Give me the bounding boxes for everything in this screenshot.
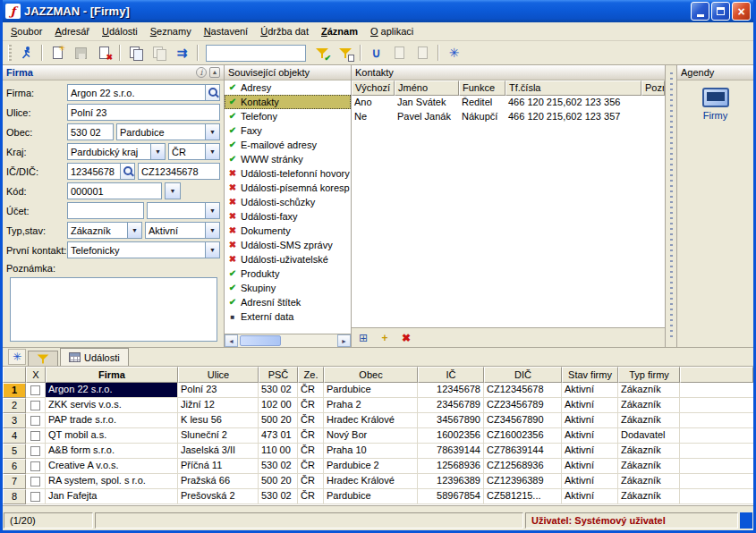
refresh-button[interactable]: ✳ [443,43,465,63]
cell-typ[interactable]: Zákazník [618,398,680,413]
copy-button[interactable] [124,43,147,63]
delete-record-button[interactable]: ✖ [93,43,115,63]
zeme-input[interactable] [169,144,205,159]
toolbar-grip[interactable] [8,45,12,61]
cell-stav[interactable]: Aktivní [562,398,618,413]
zeme-combo[interactable]: ▼ [168,143,220,160]
cell-firma[interactable]: PAP trade s.r.o. [46,413,178,428]
new-record-button[interactable]: ✳ [47,43,69,63]
cell-tfcisla[interactable]: 466 120 215,602 123 356 [505,96,641,110]
ic-field[interactable] [67,163,135,180]
scroll-right-icon[interactable]: ► [337,334,351,347]
header-stav[interactable]: Stav firmy [562,367,618,383]
header-zeme[interactable]: Ze. [298,367,324,383]
kod-input[interactable] [68,183,161,199]
search-icon[interactable] [205,85,219,100]
filter-apply-button[interactable]: ✔ [310,43,333,63]
goto-button[interactable]: ⇉ [171,43,193,63]
related-object-item[interactable]: Události-telefonní hovory [225,166,351,181]
cell-jmeno[interactable]: Pavel Janák [395,110,459,124]
prvni-kontakt-input[interactable] [68,242,205,258]
row-checkbox[interactable] [30,492,40,502]
kontakt-row[interactable]: Ano Jan Svátek Ředitel 466 120 215,602 1… [352,96,665,110]
cell-ic[interactable]: 78639144 [418,444,484,459]
cell-ic[interactable]: 23456789 [418,398,484,413]
minimize-button[interactable] [691,2,709,21]
col-poznamka[interactable]: Poznámka [641,80,665,96]
cell-dic[interactable]: CZ12568936 [484,459,562,474]
header-dic[interactable]: DIČ [484,367,562,383]
agenda-item[interactable]: Firmy [702,88,729,121]
cell-vychozi[interactable]: Ano [352,96,395,110]
cell-poznamka[interactable] [641,96,665,110]
cell-psc[interactable]: 530 02 [259,383,298,398]
cell-ic[interactable]: 16002356 [418,428,484,444]
cell-psc[interactable]: 102 00 [259,398,298,413]
cell-psc[interactable]: 500 20 [259,413,298,428]
ucet-field[interactable] [67,202,144,219]
cell-obec[interactable]: Praha 10 [324,444,418,459]
row-number[interactable]: 8 [3,489,26,504]
chevron-down-icon[interactable]: ▼ [150,144,165,159]
cell-obec[interactable]: Hradec Králové [324,474,418,489]
header-ulice[interactable]: Ulice [178,367,259,383]
title-bar[interactable]: ƒ JAZZMAN - [Firmy] × [3,0,753,22]
cell-zeme[interactable]: ČR [298,459,324,474]
cell-stav[interactable]: Aktivní [562,459,618,474]
cell-dic[interactable]: CZ581215... [484,489,562,504]
header-obec[interactable]: Obec [324,367,418,383]
table-row[interactable]: 5 A&B form s.r.o. Jaselská 3/II 110 00 Č… [3,444,753,459]
row-checkbox[interactable] [30,401,40,410]
cell-dic[interactable]: CZ16002356 [484,428,562,444]
row-number[interactable]: 5 [3,444,26,459]
cell-dic[interactable]: CZ34567890 [484,413,562,428]
table-row[interactable]: 7 RA system, spol. s r.o. Pražská 66 500… [3,474,753,489]
header-ic[interactable]: IČ [418,367,484,383]
cell-typ[interactable]: Zákazník [618,489,680,504]
dic-input[interactable] [139,164,219,179]
header-check[interactable]: X [26,367,46,383]
chevron-down-icon[interactable]: ▼ [205,203,219,218]
table-row[interactable]: 8 Jan Fafejta Prešovská 2 530 02 ČR Pard… [3,489,753,504]
ucet2-input[interactable] [148,203,205,218]
cell-ulice[interactable]: Sluneční 2 [178,428,259,444]
cell-psc[interactable]: 530 02 [259,459,298,474]
psc-input[interactable] [68,124,113,140]
scrollbar-thumb[interactable] [240,335,281,346]
cell-stav[interactable]: Aktivní [562,383,618,398]
cell-zeme[interactable]: ČR [298,444,324,459]
cell-obec[interactable]: Praha 2 [324,398,418,413]
dic-field[interactable] [138,163,220,180]
bookmark-button[interactable]: ✳ [8,349,26,365]
add-contact-button[interactable]: + [375,329,395,346]
cell-zeme[interactable]: ČR [298,474,324,489]
poznamka-textarea[interactable] [10,277,217,342]
menu-item[interactable]: Soubor [4,23,48,39]
cell-ic[interactable]: 34567890 [418,413,484,428]
delete-contact-button[interactable]: ✖ [396,329,416,346]
cell-ulice[interactable]: Polní 23 [178,383,259,398]
cell-ulice[interactable]: K lesu 56 [178,413,259,428]
cell-zeme[interactable]: ČR [298,489,324,504]
search-icon[interactable] [120,164,134,179]
related-object-item[interactable]: Produkty [225,266,351,281]
chevron-down-icon[interactable]: ▼ [205,223,219,238]
paste-button[interactable] [148,43,170,63]
cell-typ[interactable]: Zákazník [618,444,680,459]
cell-psc[interactable]: 500 20 [259,474,298,489]
related-object-item[interactable]: E-mailové adresy [225,138,351,152]
firma-input[interactable] [68,85,205,100]
kod-field[interactable] [67,182,162,199]
row-number[interactable]: 7 [3,474,26,489]
row-checkbox[interactable] [30,461,40,471]
cell-funkce[interactable]: Ředitel [459,96,505,110]
cell-firma[interactable]: ZKK servis v.o.s. [46,398,178,413]
open-contact-window-button[interactable]: ⊞ [353,329,373,346]
typ-input[interactable] [68,223,127,238]
typ-combo[interactable]: ▼ [67,222,142,239]
ucet-input[interactable] [68,203,143,218]
collapse-icon[interactable]: ▲ [209,67,220,78]
kraj-combo[interactable]: ▼ [67,143,166,160]
cell-psc[interactable]: 473 01 [259,428,298,444]
header-psc[interactable]: PSČ [259,367,298,383]
